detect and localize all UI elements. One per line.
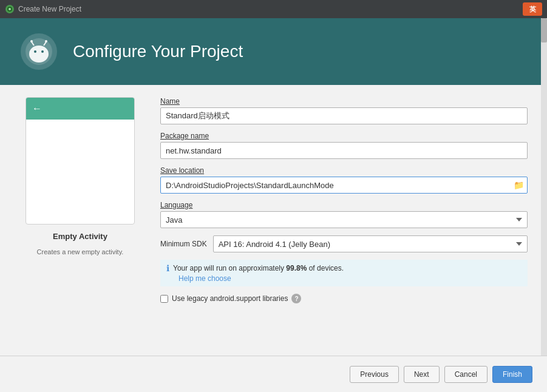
info-icon: ℹ [166,263,169,273]
min-sdk-select[interactable]: API 16: Android 4.1 (Jelly Bean) API 21:… [213,235,528,252]
svg-point-7 [30,40,33,42]
legacy-support-label: Use legacy android.support libraries [172,294,288,303]
titlebar: Create New Project 英 [0,0,547,18]
save-location-input[interactable] [160,177,528,194]
android-logo [19,32,58,71]
wizard-title: Configure Your Project [73,42,243,61]
activity-name-label: Empty Activity [53,232,107,241]
folder-icon[interactable]: 📁 [514,180,524,190]
svg-point-9 [45,40,47,42]
legacy-support-row: Use legacy android.support libraries ? [160,294,528,303]
svg-point-11 [41,50,44,53]
save-location-group: Save location 📁 [160,166,528,194]
finish-button[interactable]: Finish [492,366,532,383]
left-panel: ← Empty Activity Creates a new empty act… [19,97,141,343]
svg-point-5 [29,46,49,63]
save-location-input-container: 📁 [160,177,528,194]
cancel-button[interactable]: Cancel [444,366,488,383]
package-input[interactable] [160,142,528,159]
help-question-icon[interactable]: ? [291,294,301,303]
main-content: ← Empty Activity Creates a new empty act… [0,85,547,356]
back-arrow-icon: ← [32,103,42,114]
language-select[interactable]: Java Kotlin [160,211,528,228]
min-sdk-label: Minimum SDK [160,240,207,248]
activity-desc-label: Creates a new empty activity. [37,248,124,255]
form-panel: Name Package name Save location 📁 Langua… [160,97,528,343]
language-group: Language Java Kotlin [160,201,528,228]
preview-header: ← [26,98,134,120]
scrollbar[interactable] [541,18,547,356]
package-label: Package name [160,132,528,140]
min-sdk-row: Minimum SDK API 16: Android 4.1 (Jelly B… [160,235,528,252]
save-location-label: Save location [160,166,528,175]
info-text: Your app will run on approximately 99.8%… [173,264,344,272]
previous-button[interactable]: Previous [350,366,399,383]
name-label: Name [160,97,528,106]
name-group: Name [160,97,528,124]
language-label: Language [160,201,528,209]
next-button[interactable]: Next [404,366,440,383]
info-percent: 99.8% [286,264,307,272]
bottom-bar: Previous Next Cancel Finish [0,356,547,392]
name-input[interactable] [160,107,528,124]
wizard-header: Configure Your Project [0,18,547,85]
android-studio-icon [5,4,15,14]
window-title: Create New Project [18,5,81,13]
package-group: Package name [160,132,528,159]
activity-preview: ← [25,97,135,225]
help-me-choose-link[interactable]: Help me choose [178,274,522,283]
info-line: ℹ Your app will run on approximately 99.… [166,263,522,273]
svg-point-2 [8,8,11,10]
scrollbar-thumb[interactable] [541,18,547,42]
lang-badge: 英 [523,2,542,16]
svg-point-10 [34,50,36,53]
info-box: ℹ Your app will run on approximately 99.… [160,260,528,286]
legacy-support-checkbox[interactable] [160,295,168,303]
